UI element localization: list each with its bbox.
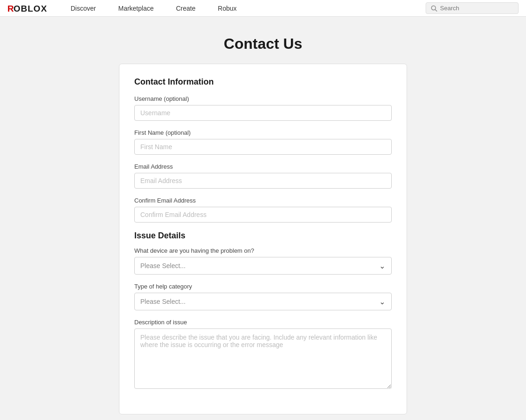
username-field-group: Username (optional) [134,95,392,121]
nav-create[interactable]: Create [165,0,207,17]
firstname-field-group: First Name (optional) [134,129,392,155]
nav-links: Discover Marketplace Create Robux [59,0,426,17]
contact-form-card: Contact Information Username (optional) … [119,64,407,414]
description-field-group: Description of issue [134,319,392,391]
device-select-wrapper: Please Select... PC / Mac Mobile Tablet … [134,257,392,275]
device-label: What device are you having the problem o… [134,247,392,254]
help-category-label: Type of help category [134,283,392,290]
search-bar[interactable] [426,2,519,14]
email-label: Email Address [134,163,392,170]
search-input[interactable] [440,5,513,12]
logo[interactable]: R OBLOX [7,3,48,14]
firstname-label: First Name (optional) [134,129,392,136]
device-field-group: What device are you having the problem o… [134,247,392,275]
nav-marketplace[interactable]: Marketplace [107,0,164,17]
confirm-email-input[interactable] [134,207,392,223]
confirm-email-field-group: Confirm Email Address [134,197,392,223]
roblox-logo-svg: R OBLOX [7,3,48,14]
search-icon [431,5,437,12]
help-category-select[interactable]: Please Select... Account Billing Technic… [134,293,392,310]
email-field-group: Email Address [134,163,392,189]
main-content: Contact Us Contact Information Username … [0,17,526,420]
device-select[interactable]: Please Select... PC / Mac Mobile Tablet … [134,257,392,275]
email-input[interactable] [134,173,392,189]
username-input[interactable] [134,105,392,121]
svg-text:OBLOX: OBLOX [13,4,47,13]
nav-discover[interactable]: Discover [59,0,107,17]
nav-robux[interactable]: Robux [207,0,248,17]
description-textarea[interactable] [134,328,392,389]
description-label: Description of issue [134,319,392,326]
confirm-email-label: Confirm Email Address [134,197,392,204]
help-category-select-wrapper: Please Select... Account Billing Technic… [134,293,392,310]
username-label: Username (optional) [134,95,392,102]
help-category-field-group: Type of help category Please Select... A… [134,283,392,310]
issue-details-heading: Issue Details [134,231,392,241]
contact-info-heading: Contact Information [134,77,392,87]
svg-line-3 [435,9,437,11]
page-title: Contact Us [224,35,302,52]
navbar: R OBLOX Discover Marketplace Create Robu… [0,0,526,17]
firstname-input[interactable] [134,139,392,155]
